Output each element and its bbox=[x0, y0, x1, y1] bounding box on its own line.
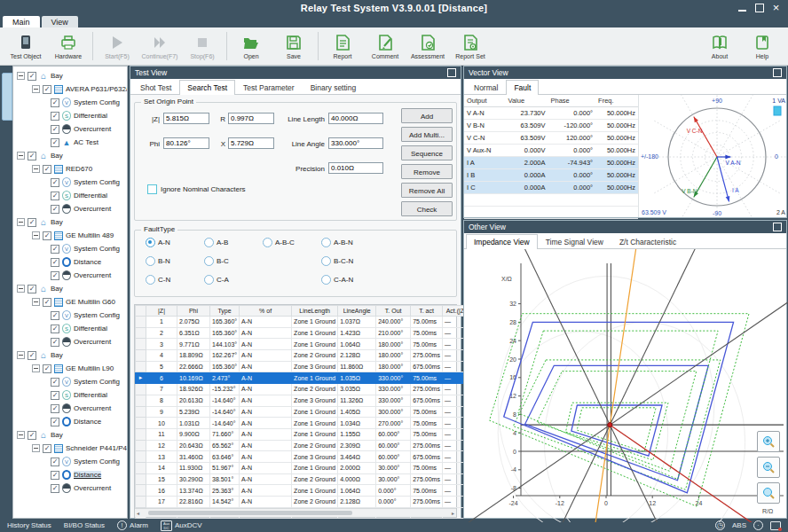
maximize-button[interactable] bbox=[753, 3, 765, 13]
tree-device[interactable]: ✓GE Multilin L90 bbox=[13, 362, 127, 375]
col-header[interactable]: LineAngle bbox=[338, 306, 376, 317]
tree-item-system-config[interactable]: ✓VSystem Config bbox=[13, 176, 127, 189]
vector-row[interactable]: V B-N63.509V-120.000°50.000Hz bbox=[464, 120, 638, 132]
checkbox[interactable]: ✓ bbox=[43, 298, 51, 307]
expander-icon[interactable] bbox=[32, 444, 40, 452]
col-header[interactable]: % of bbox=[240, 306, 292, 317]
tree-item-system-config[interactable]: ✓VSystem Config bbox=[13, 309, 127, 322]
fault-type-a-n[interactable]: A-N bbox=[146, 238, 170, 247]
table-row[interactable]: 119.900Ω71.660°A-NZone 1 Ground1.155Ω60.… bbox=[136, 428, 513, 440]
vector-row[interactable]: V Aux-N0.000V0.000°50.000Hz bbox=[464, 145, 638, 157]
tree-item-overcurrent[interactable]: ✓Overcurrent bbox=[13, 481, 127, 495]
tree-device[interactable]: ✓RED670 bbox=[13, 162, 127, 176]
tree-item-differential[interactable]: ✓SDifferential bbox=[13, 189, 127, 202]
col-header[interactable]: LineLength bbox=[292, 306, 338, 317]
checkbox[interactable]: ✓ bbox=[51, 192, 59, 200]
checkbox[interactable]: ✓ bbox=[43, 364, 51, 373]
expander-icon[interactable] bbox=[32, 165, 40, 173]
fault-type-a-b-n[interactable]: A-B-N bbox=[321, 238, 353, 247]
checkbox[interactable]: ✓ bbox=[43, 85, 51, 94]
stop-button[interactable]: Stop(F6) bbox=[181, 28, 224, 64]
status-monitor[interactable] bbox=[770, 521, 781, 530]
tree-device[interactable]: ✓GE Multilin G60 bbox=[13, 295, 127, 309]
zoom-out-button[interactable] bbox=[757, 457, 780, 478]
tree-item-overcurrent[interactable]: ✓Overcurrent bbox=[13, 202, 127, 215]
table-row[interactable]: 718.926Ω-15.232°A-NZone 2 Ground3.035Ω33… bbox=[136, 384, 513, 395]
vector-row[interactable]: V A-N23.730V0.000°50.000Hz bbox=[464, 107, 638, 120]
table-row[interactable]: 95.239Ω-14.640°A-NZone 1 Ground1.405Ω300… bbox=[136, 406, 513, 418]
tab-search-test[interactable]: Search Test bbox=[179, 80, 235, 95]
table-row[interactable]: ▸610.169Ω2.473°A-NZone 1 Ground1.035Ω330… bbox=[136, 372, 513, 384]
checkbox[interactable]: ✓ bbox=[28, 351, 36, 360]
col-header[interactable]: Type bbox=[210, 306, 240, 317]
tree-item-distance[interactable]: ✓Distance bbox=[13, 468, 127, 481]
tab-fault[interactable]: Fault bbox=[506, 80, 539, 95]
checkbox[interactable]: ✓ bbox=[43, 231, 51, 240]
checkbox[interactable]: ✓ bbox=[51, 391, 59, 400]
tree-item-overcurrent[interactable]: ✓Overcurrent bbox=[13, 402, 127, 415]
expander-icon[interactable] bbox=[17, 351, 25, 359]
expander-icon[interactable] bbox=[32, 298, 40, 306]
fault-type-c-a-n[interactable]: C-A-N bbox=[321, 275, 353, 285]
fault-type-c-a[interactable]: C-A bbox=[204, 275, 229, 285]
zoom-in-button[interactable] bbox=[757, 431, 780, 452]
check-button[interactable]: Check bbox=[401, 201, 453, 216]
tree-item-overcurrent[interactable]: ✓Overcurrent bbox=[13, 122, 127, 136]
r-field[interactable] bbox=[228, 113, 274, 124]
status-abs[interactable]: ABS bbox=[732, 521, 746, 529]
expander-icon[interactable] bbox=[17, 152, 25, 160]
table-row[interactable]: 820.613Ω-14.640°A-NZone 3 Ground11.326Ω3… bbox=[136, 395, 513, 406]
line-length-field[interactable] bbox=[328, 113, 383, 124]
test-object-button[interactable]: Test Object bbox=[4, 28, 47, 64]
tab-normal[interactable]: Normal bbox=[466, 80, 506, 94]
col-header[interactable]: Phi bbox=[177, 306, 210, 317]
status-history-status[interactable]: History Status bbox=[7, 521, 51, 529]
checkbox[interactable]: ✓ bbox=[51, 258, 59, 267]
checkbox[interactable]: ✓ bbox=[51, 98, 59, 107]
checkbox[interactable]: ✓ bbox=[51, 338, 59, 347]
checkbox[interactable]: ✓ bbox=[51, 325, 59, 333]
fault-type-b-c-n[interactable]: B-C-N bbox=[321, 256, 353, 266]
tree-bay[interactable]: ✓⌂Bay bbox=[13, 149, 127, 162]
checkbox[interactable]: ✓ bbox=[28, 152, 36, 160]
fault-type-a-b[interactable]: A-B bbox=[204, 238, 228, 247]
tab-time-signal-view[interactable]: Time Signal View bbox=[538, 234, 611, 248]
expander-icon[interactable] bbox=[32, 364, 40, 372]
about-button[interactable]: About bbox=[698, 28, 741, 64]
remove-all-button[interactable]: Remove All bbox=[401, 183, 453, 198]
start-button[interactable]: Start(F5) bbox=[96, 28, 138, 64]
expander-icon[interactable] bbox=[17, 218, 25, 226]
table-row[interactable]: 1411.930Ω51.967°A-NZone 1 Ground2.000Ω30… bbox=[136, 462, 513, 473]
checkbox[interactable]: ✓ bbox=[51, 418, 59, 426]
checkbox[interactable]: ✓ bbox=[51, 205, 59, 214]
tab-z-t-characteristic[interactable]: Z/t Characteristic bbox=[611, 234, 684, 248]
save-button[interactable]: Save bbox=[272, 28, 315, 64]
fault-type-a-b-c[interactable]: A-B-C bbox=[263, 238, 295, 247]
menu-tab-main[interactable]: Main bbox=[3, 16, 40, 27]
tab-shot-test[interactable]: Shot Test bbox=[132, 80, 179, 94]
table-row[interactable]: 1220.643Ω65.562°A-NZone 2 Ground2.309Ω60… bbox=[136, 440, 513, 451]
status-alarm[interactable]: !Alarm bbox=[117, 520, 148, 530]
vector-row[interactable]: I A2.000A-74.943°50.000Hz bbox=[464, 157, 638, 169]
tab-impedance-view[interactable]: Impedance View bbox=[466, 234, 538, 249]
tree-item-system-config[interactable]: ✓VSystem Config bbox=[13, 375, 127, 388]
ignore-nominal-checkbox[interactable] bbox=[147, 184, 157, 194]
vector-view-maximize-icon[interactable] bbox=[773, 68, 782, 77]
checkbox[interactable]: ✓ bbox=[28, 218, 36, 227]
expander-icon[interactable] bbox=[17, 431, 25, 439]
tree-bay[interactable]: ✓⌂Bay bbox=[13, 282, 127, 295]
checkbox[interactable]: ✓ bbox=[51, 311, 59, 320]
vector-row[interactable]: V C-N63.509V120.000°50.000Hz bbox=[464, 132, 638, 145]
precision-field[interactable] bbox=[328, 162, 383, 174]
expander-icon[interactable] bbox=[17, 285, 25, 293]
help-button[interactable]: Help bbox=[741, 28, 784, 64]
collapsed-panel-tab[interactable] bbox=[2, 73, 12, 121]
checkbox[interactable]: ✓ bbox=[43, 165, 51, 174]
close-button[interactable]: × bbox=[770, 3, 782, 13]
checkbox[interactable]: ✓ bbox=[51, 471, 59, 480]
checkbox[interactable]: ✓ bbox=[51, 404, 59, 413]
menu-tab-view[interactable]: View bbox=[42, 16, 78, 27]
tree-device[interactable]: ✓Schneider P441/P442/P444 bbox=[13, 442, 127, 455]
assessment-button[interactable]: Assessment bbox=[406, 28, 449, 64]
tree-item-distance[interactable]: ✓Distance bbox=[13, 255, 127, 269]
